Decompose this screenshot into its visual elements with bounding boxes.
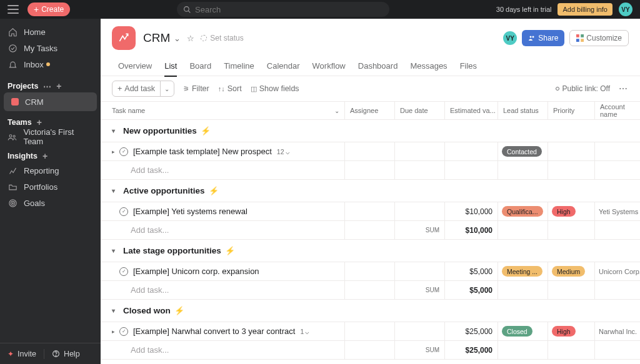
sidebar-item-reporting[interactable]: Reporting (0, 162, 101, 179)
filter-button[interactable]: ⚞Filter (183, 84, 209, 93)
add-task-row[interactable]: Add task... SUM $25,000 (101, 341, 640, 360)
tab-messages[interactable]: Messages (404, 56, 453, 76)
check-circle-icon[interactable]: ✓ (119, 267, 128, 276)
section-closed-lost[interactable]: ▾ Closed lost ⚡ (101, 360, 640, 364)
add-task-placeholder[interactable]: Add task... (101, 221, 344, 239)
lead-status-pill[interactable]: Meeting ... (502, 266, 542, 277)
add-task-button[interactable]: + Add task (112, 81, 160, 96)
add-task-placeholder[interactable]: Add task... (101, 161, 344, 179)
sidebar-group-insights[interactable]: Insights + (0, 145, 101, 162)
sidebar-item-portfolios[interactable]: Portfolios (0, 179, 101, 195)
table-row[interactable]: ▸ ✓ [Example task template] New prospect… (101, 142, 640, 161)
tab-dashboard[interactable]: Dashboard (352, 56, 404, 76)
bolt-icon[interactable]: ⚡ (209, 186, 219, 195)
billing-button[interactable]: Add billing info (558, 3, 612, 16)
set-status-button[interactable]: Set status (201, 34, 243, 42)
tab-overview[interactable]: Overview (112, 56, 158, 76)
sort-button[interactable]: ↑↓Sort (218, 84, 242, 93)
project-title[interactable]: CRM (143, 31, 170, 45)
column-account[interactable]: Account name (594, 102, 640, 119)
sidebar-item-home[interactable]: Home (0, 24, 101, 40)
avatar[interactable]: VY (619, 2, 632, 16)
check-circle-icon[interactable]: ✓ (119, 327, 128, 336)
value-cell[interactable]: $10,000 (444, 202, 498, 220)
account-cell[interactable]: Narwhal Inc. (594, 322, 640, 340)
caret-down-icon: ▾ (112, 307, 119, 314)
menu-icon[interactable] (8, 5, 19, 14)
column-estimated-value[interactable]: Estimated va... (444, 102, 498, 119)
column-priority[interactable]: Priority (548, 102, 594, 119)
add-task-row[interactable]: Add task... SUM $5,000 (101, 281, 640, 300)
bolt-icon[interactable]: ⚡ (201, 126, 211, 135)
help-button[interactable]: Help (52, 350, 80, 358)
customize-icon (576, 34, 584, 42)
tab-list[interactable]: List (158, 56, 183, 76)
column-lead-status[interactable]: Lead status (498, 102, 548, 119)
account-cell[interactable]: Yeti Systems (594, 202, 640, 220)
dots-icon[interactable]: ⋯ (43, 82, 51, 91)
add-task-dropdown[interactable]: ⌄ (160, 81, 174, 96)
section-active-opportunities[interactable]: ▾ Active opportunities ⚡ (101, 180, 640, 202)
priority-pill[interactable]: Medium (552, 266, 585, 277)
tab-board[interactable]: Board (183, 56, 218, 76)
value-cell[interactable]: $25,000 (444, 322, 498, 340)
chevron-down-icon[interactable]: ⌄ (334, 107, 339, 114)
sidebar-item-goals[interactable]: Goals (0, 195, 101, 211)
table-row[interactable]: ✓ [Example] Unicorn corp. expansion $5,0… (101, 262, 640, 281)
plus-icon[interactable]: + (37, 117, 42, 127)
chevron-down-icon[interactable]: ⌄ (174, 34, 181, 43)
sidebar-group-projects[interactable]: Projects ⋯ + (0, 75, 101, 92)
check-circle-icon[interactable]: ✓ (119, 147, 128, 156)
add-task-placeholder[interactable]: Add task... (101, 281, 344, 299)
lead-status-pill[interactable]: Closed (502, 326, 532, 337)
section-closed-won[interactable]: ▾ Closed won ⚡ (101, 300, 640, 322)
more-icon[interactable]: ⋯ (619, 84, 629, 94)
sidebar-group-teams[interactable]: Teams + (0, 111, 101, 129)
tab-timeline[interactable]: Timeline (218, 56, 261, 76)
table-row[interactable]: ▸ ✓ [Example] Narwhal convert to 3 year … (101, 322, 640, 341)
plus-icon[interactable]: + (56, 81, 61, 91)
add-task-placeholder[interactable]: Add task... (101, 341, 344, 359)
public-link-toggle[interactable]: Public link: Off (556, 84, 610, 93)
column-task-name[interactable]: Task name⌄ (101, 102, 344, 119)
lead-status-pill[interactable]: Contacted (502, 146, 542, 157)
account-cell[interactable]: Unicorn Corp. (594, 262, 640, 280)
show-fields-button[interactable]: ◫Show fields (251, 84, 299, 93)
section-late-stage[interactable]: ▾ Late stage opportunities ⚡ (101, 240, 640, 262)
sidebar-project-crm[interactable]: CRM (4, 92, 97, 111)
check-circle-icon[interactable]: ✓ (119, 207, 128, 216)
member-avatar[interactable]: VY (503, 31, 517, 45)
caret-right-icon[interactable]: ▸ (112, 328, 119, 335)
caret-down-icon: ▾ (112, 187, 119, 194)
column-due-date[interactable]: Due date (394, 102, 444, 119)
group-label: Projects (8, 82, 38, 91)
tab-calendar[interactable]: Calendar (261, 56, 306, 76)
priority-pill[interactable]: High (552, 326, 576, 337)
table-row[interactable]: ✓ [Example] Yeti systems renewal $10,000… (101, 202, 640, 221)
plus-icon[interactable]: + (42, 151, 48, 161)
add-task-row[interactable]: Add task... SUM $10,000 (101, 221, 640, 240)
create-button[interactable]: + Create (28, 2, 70, 16)
sidebar-item-inbox[interactable]: Inbox (0, 56, 101, 72)
column-assignee[interactable]: Assignee (344, 102, 394, 119)
project-color-chip-icon (11, 98, 19, 106)
customize-button[interactable]: Customize (569, 30, 629, 46)
tab-workflow[interactable]: Workflow (306, 56, 352, 76)
tab-files[interactable]: Files (454, 56, 483, 76)
search-field[interactable] (177, 2, 389, 17)
caret-right-icon[interactable]: ▸ (112, 149, 119, 155)
star-icon[interactable]: ☆ (187, 34, 194, 43)
share-button[interactable]: Share (522, 30, 564, 46)
search-input[interactable] (195, 5, 383, 14)
bolt-icon[interactable]: ⚡ (225, 246, 235, 255)
sum-label: SUM (394, 221, 444, 239)
sidebar-team-item[interactable]: Victoria's First Team (0, 129, 101, 145)
value-cell[interactable]: $5,000 (444, 262, 498, 280)
section-new-opportunities[interactable]: ▾ New opportunities ⚡ (101, 120, 640, 142)
add-task-row[interactable]: Add task... (101, 161, 640, 180)
priority-pill[interactable]: High (552, 206, 576, 217)
sidebar-item-mytasks[interactable]: My Tasks (0, 40, 101, 56)
lead-status-pill[interactable]: Qualifica... (502, 206, 543, 217)
invite-button[interactable]: ✦ Invite (8, 350, 36, 358)
bolt-icon[interactable]: ⚡ (174, 306, 184, 315)
